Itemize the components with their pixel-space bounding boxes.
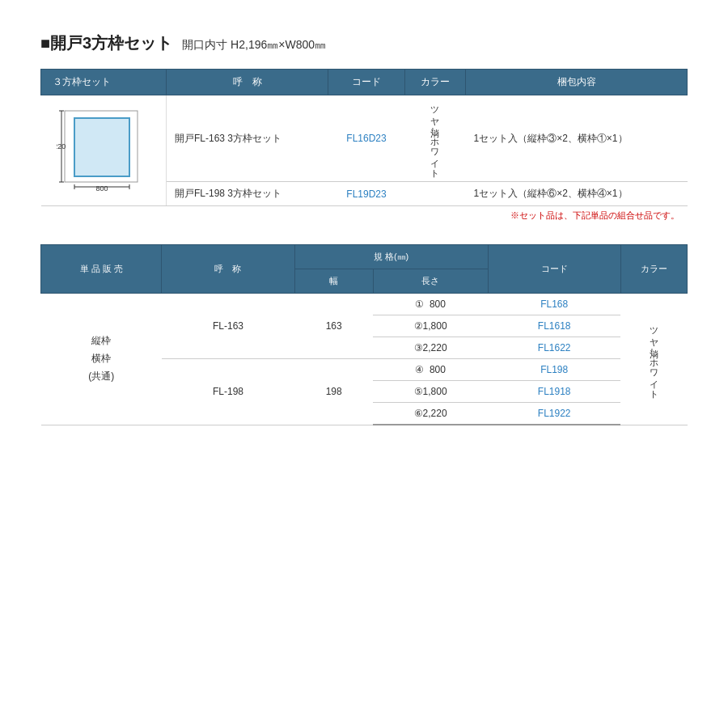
svg-rect-1 (74, 118, 129, 176)
bottom-row-1: 縦枠横枠(共通) FL-163 163 ① 800 FL168 ツヤ消しホワイト (41, 294, 688, 315)
width-198: 198 (294, 359, 373, 425)
col-header-set: ３方枠セット (41, 70, 167, 95)
bottom-table: 単 品 販 売 呼 称 規 格(㎜) コード カラー 幅 長さ 縦枠横枠(共通) (40, 244, 688, 425)
length-1: ① 800 (373, 294, 488, 315)
col-header-length: 長さ (373, 269, 488, 294)
top-row2-code: FL19D23 (328, 182, 405, 206)
bottom-section: 単 品 販 売 呼 称 規 格(㎜) コード カラー 幅 長さ 縦枠横枠(共通) (40, 244, 688, 425)
top-row1-code: FL16D23 (328, 95, 405, 182)
col-header-specs: 規 格(㎜) (294, 245, 488, 269)
col-header-code: コード (328, 70, 405, 95)
length-5: ⑤1,800 (373, 381, 488, 403)
top-table: ３方枠セット 呼 称 コード カラー 梱包内容 (40, 69, 688, 226)
top-section: ３方枠セット 呼 称 コード カラー 梱包内容 (40, 69, 688, 226)
bottom-header-row: 単 品 販 売 呼 称 規 格(㎜) コード カラー (41, 245, 688, 269)
col-header-name2: 呼 称 (162, 245, 294, 294)
page-title-container: ■開戸3方枠セット 開口内寸 H2,196㎜×W800㎜ (40, 32, 688, 54)
note-row: ※セット品は、下記単品の組合せ品です。 (41, 206, 688, 227)
top-table-header: ３方枠セット 呼 称 コード カラー 梱包内容 (41, 70, 688, 95)
code-fl1618: FL1618 (488, 315, 620, 337)
length-2: ②1,800 (373, 315, 488, 337)
width-163: 163 (294, 294, 373, 359)
page-sub-title: 開口内寸 H2,196㎜×W800㎜ (182, 38, 326, 53)
top-row1-color: ツヤ消しホワイト (405, 95, 466, 182)
svg-text:800: 800 (96, 184, 108, 192)
col-header-name: 呼 称 (167, 70, 328, 95)
top-row2-contents: 1セット入（縦枠⑥×2、横枠④×1） (466, 182, 688, 206)
color-vertical: ツヤ消しホワイト (620, 294, 687, 425)
top-row2-name: 開戸FL-198 3方枠セット (167, 182, 328, 206)
category-cell: 縦枠横枠(共通) (41, 294, 162, 425)
length-4: ④ 800 (373, 359, 488, 381)
code-fl1622: FL1622 (488, 337, 620, 359)
col-header-contents: 梱包内容 (466, 70, 688, 95)
code-fl168: FL168 (488, 294, 620, 315)
top-table-row-1: 2,220 800 開戸FL-163 3方枠セット FL16D23 (41, 95, 688, 182)
note-text: ※セット品は、下記単品の組合せ品です。 (41, 206, 688, 227)
product-fl163: FL-163 (162, 294, 294, 359)
length-6: ⑥2,220 (373, 403, 488, 425)
top-row2-color (405, 182, 466, 206)
page-main-title: ■開戸3方枠セット (40, 32, 172, 54)
diagram-cell: 2,220 800 (41, 95, 167, 206)
top-row1-contents: 1セット入（縦枠③×2、横枠①×1） (466, 95, 688, 182)
page: ■開戸3方枠セット 開口内寸 H2,196㎜×W800㎜ ３方枠セット 呼 称 … (0, 0, 728, 728)
code-fl1922: FL1922 (488, 403, 620, 425)
col-header-color: カラー (405, 70, 466, 95)
code-fl1918: FL1918 (488, 381, 620, 403)
col-header-code2: コード (488, 245, 620, 294)
product-fl198: FL-198 (162, 359, 294, 425)
code-fl198: FL198 (488, 359, 620, 381)
col-header-category: 単 品 販 売 (41, 245, 162, 294)
svg-text:2,220: 2,220 (57, 142, 66, 150)
door-diagram: 2,220 800 (57, 107, 150, 192)
length-3: ③2,220 (373, 337, 488, 359)
col-header-width: 幅 (294, 269, 373, 294)
col-header-color2: カラー (620, 245, 687, 294)
top-row1-name: 開戸FL-163 3方枠セット (167, 95, 328, 182)
